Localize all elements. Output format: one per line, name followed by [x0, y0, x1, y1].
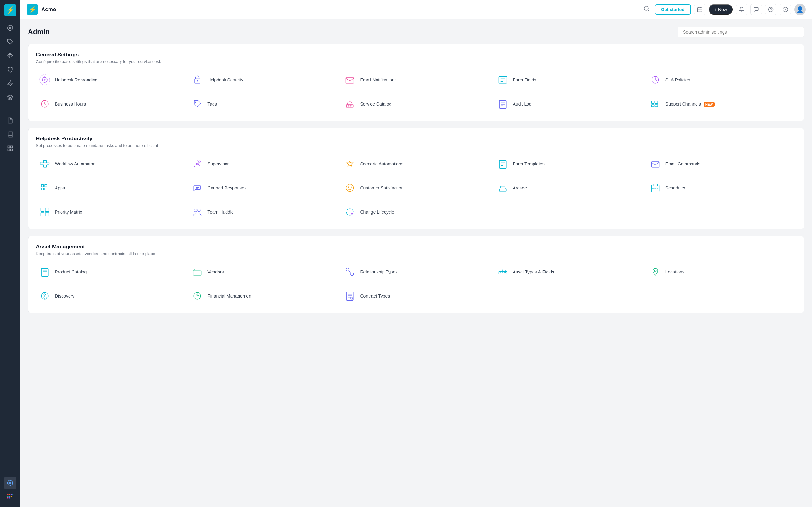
item-product-catalog[interactable]: Product Catalog [36, 262, 186, 281]
svg-rect-88 [657, 188, 658, 189]
topbar-search-button[interactable] [641, 3, 652, 15]
item-workflow-automator[interactable]: Workflow Automator [36, 154, 186, 173]
item-customer-satisfaction[interactable]: Customer Satisfaction [341, 178, 491, 198]
item-service-catalog[interactable]: Service Catalog [341, 95, 491, 113]
item-apps[interactable]: Apps [36, 178, 186, 198]
topbar-bell-button[interactable] [736, 4, 747, 15]
svg-point-93 [194, 209, 197, 212]
topbar-info-button[interactable] [780, 4, 791, 15]
scenario-label: Scenario Automations [360, 161, 403, 166]
general-settings-subtitle: Configure the basic settings that are ne… [36, 59, 797, 64]
item-contract-types[interactable]: Contract Types [341, 286, 491, 305]
sidebar-dots-1[interactable]: ⋮ [8, 105, 13, 113]
business-hours-label: Business Hours [55, 101, 86, 107]
sidebar-icon-bug[interactable] [4, 49, 16, 62]
svg-rect-17 [9, 496, 10, 497]
sidebar-icon-book[interactable] [4, 128, 16, 141]
svg-rect-7 [8, 146, 10, 148]
svg-rect-92 [45, 213, 49, 216]
svg-point-36 [197, 80, 198, 82]
svg-rect-86 [653, 188, 654, 189]
topbar-chat-button[interactable] [751, 4, 762, 15]
item-priority-matrix[interactable]: Priority Matrix [36, 203, 186, 222]
svg-point-125 [351, 297, 353, 299]
item-sla-policies[interactable]: SLA Policies [647, 70, 797, 89]
rebranding-icon [38, 73, 51, 86]
sidebar-icon-layers[interactable] [4, 91, 16, 104]
svg-rect-81 [500, 186, 505, 188]
csat-icon [344, 181, 356, 194]
item-helpdesk-rebranding[interactable]: Helpdesk Rebranding [36, 70, 186, 89]
scheduler-label: Scheduler [665, 185, 686, 190]
general-settings-title: General Settings [36, 52, 797, 58]
new-button[interactable]: + New [709, 4, 733, 14]
item-supervisor[interactable]: Supervisor [189, 154, 339, 173]
get-started-button[interactable]: Get started [655, 4, 691, 14]
general-settings-grid: Helpdesk Rebranding Helpdesk Security Em… [36, 70, 797, 113]
svg-rect-53 [655, 101, 658, 103]
relationship-icon [344, 266, 356, 278]
item-relationship-types[interactable]: Relationship Types [341, 262, 491, 281]
svg-point-77 [351, 187, 352, 188]
sidebar-icon-shield[interactable] [4, 63, 16, 76]
item-asset-types-fields[interactable]: Asset Types & Fields [494, 262, 644, 281]
item-support-channels[interactable]: Support Channels NEW [647, 95, 797, 113]
sidebar-icon-chart[interactable] [4, 142, 16, 155]
canned-label: Canned Responses [207, 185, 247, 190]
sidebar-icon-bolt[interactable] [4, 77, 16, 90]
svg-point-107 [500, 272, 501, 274]
item-audit-log[interactable]: Audit Log [494, 95, 644, 113]
change-lifecycle-label: Change Lifecycle [360, 210, 394, 215]
item-form-templates[interactable]: Form Templates [494, 154, 644, 173]
svg-rect-91 [41, 213, 44, 216]
item-arcade[interactable]: Arcade [494, 178, 644, 198]
new-badge: NEW [704, 102, 715, 107]
svg-line-105 [349, 271, 351, 273]
svg-rect-37 [346, 78, 354, 83]
svg-rect-71 [41, 184, 44, 187]
scheduler-icon [649, 181, 662, 194]
topbar-help-button[interactable] [765, 4, 776, 15]
financial-icon [191, 290, 204, 302]
svg-rect-101 [194, 270, 201, 275]
item-team-huddle[interactable]: Team Huddle [189, 203, 339, 222]
sidebar-icon-tag[interactable] [4, 36, 16, 48]
svg-point-108 [502, 272, 503, 274]
svg-rect-66 [499, 160, 506, 168]
topbar-actions: Get started + New 👤 [641, 3, 806, 15]
huddle-icon [191, 206, 204, 218]
productivity-title: Helpdesk Productivity [36, 135, 797, 142]
sidebar-icon-doc[interactable] [4, 114, 16, 127]
sidebar-icon-home[interactable] [4, 21, 16, 34]
item-email-notifications[interactable]: Email Notifications [341, 70, 491, 89]
user-avatar[interactable]: 👤 [794, 4, 806, 15]
admin-title: Admin [28, 28, 49, 36]
security-icon [191, 73, 204, 86]
asset-types-label: Asset Types & Fields [513, 269, 554, 274]
topbar-logo: ⚡ [27, 4, 38, 15]
sla-icon [649, 73, 662, 86]
item-form-fields[interactable]: Form Fields [494, 70, 644, 89]
admin-search-input[interactable] [677, 26, 804, 38]
item-vendors[interactable]: Vendors [189, 262, 339, 281]
workflow-label: Workflow Automator [55, 161, 95, 166]
item-change-lifecycle[interactable]: Change Lifecycle [341, 203, 491, 222]
svg-rect-56 [40, 162, 43, 164]
item-tags[interactable]: Tags [189, 95, 339, 113]
item-scenario-automations[interactable]: Scenario Automations [341, 154, 491, 173]
item-discovery[interactable]: Discovery [36, 286, 186, 305]
sidebar-logo[interactable]: ⚡ [4, 4, 16, 16]
item-email-commands[interactable]: Email Commands [647, 154, 797, 173]
topbar-calendar-button[interactable] [694, 4, 705, 15]
item-helpdesk-security[interactable]: Helpdesk Security [189, 70, 339, 89]
item-financial-management[interactable]: Financial Management [189, 286, 339, 305]
sidebar-icon-settings[interactable] [4, 476, 16, 489]
item-business-hours[interactable]: Business Hours [36, 95, 186, 113]
sidebar-icon-grid[interactable] [4, 491, 16, 503]
item-canned-responses[interactable]: Canned Responses [189, 178, 339, 198]
workflow-icon [38, 158, 51, 170]
svg-rect-78 [499, 189, 506, 191]
sidebar-dots-2[interactable]: ⋮ [8, 156, 13, 164]
item-scheduler[interactable]: Scheduler [647, 178, 797, 198]
item-locations[interactable]: Locations [647, 262, 797, 281]
